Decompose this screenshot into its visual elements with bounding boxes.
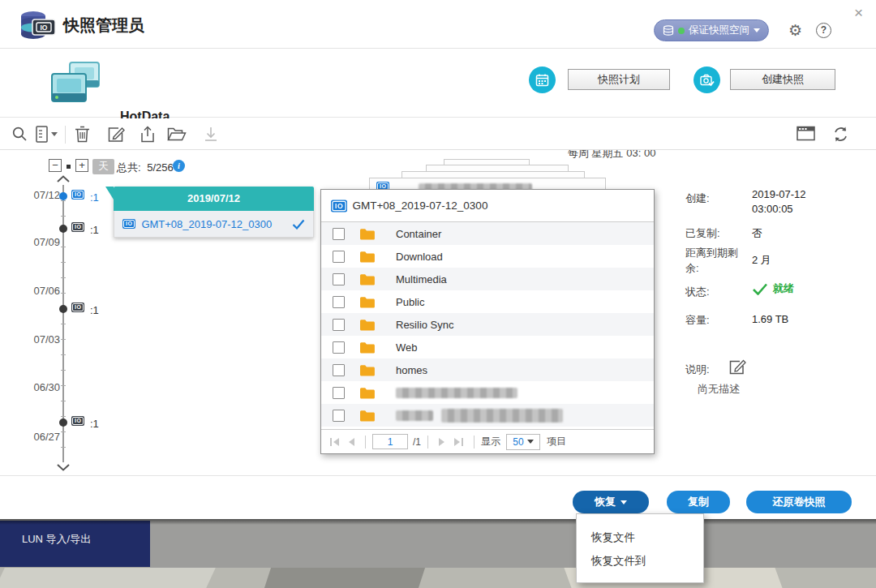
refresh-icon[interactable] [832, 126, 849, 143]
folder-name: Multimedia [396, 273, 447, 285]
timeline-zoom-out-button[interactable]: − [49, 159, 62, 172]
title-bar: IO 快照管理员 保证快照空间 ⚙ ? × [0, 0, 876, 49]
snapshot-camera-icon[interactable]: IO [71, 222, 84, 232]
edit-description-icon[interactable] [728, 358, 746, 376]
chevron-down-icon [754, 28, 760, 32]
timeline-date: 07/09 [24, 236, 60, 248]
selected-snapshot-card[interactable]: 2019/07/12 IO GMT+08_2019-07-12_0300 [114, 187, 314, 238]
replicated-label: 已复制: [685, 226, 750, 241]
folder-row[interactable]: Public [321, 290, 654, 313]
created-date: 2019-07-12 [752, 188, 806, 200]
snapshot-count: :1 [90, 224, 99, 236]
last-page-icon[interactable] [453, 437, 464, 447]
guarantee-snapshot-space-button[interactable]: 保证快照空间 [654, 19, 769, 41]
info-icon[interactable]: i [173, 160, 185, 172]
folder-checkbox[interactable] [333, 296, 345, 308]
folder-icon [359, 296, 375, 308]
menu-item-restore-files[interactable]: 恢复文件 [577, 526, 703, 549]
folder-checkbox[interactable] [333, 364, 345, 376]
search-icon[interactable] [11, 126, 28, 143]
next-page-icon[interactable] [438, 437, 446, 447]
status-value: 就绪 [773, 281, 794, 296]
page-size-select[interactable]: 50 [506, 434, 540, 450]
snapshot-file-browser: IO GMT+08_2019-07-12_0300 Container Down… [320, 189, 655, 454]
show-label: 显示 [481, 435, 500, 449]
snapshot-marker-dot[interactable] [59, 418, 67, 427]
snapshot-list-icon[interactable] [36, 126, 49, 143]
snapshot-camera-icon: IO [331, 200, 347, 212]
snapshot-camera-icon[interactable]: IO [71, 416, 84, 426]
folder-row[interactable]: Resilio Sync [321, 313, 654, 336]
first-page-icon[interactable] [329, 437, 341, 447]
snapshot-camera-icon[interactable]: IO [71, 190, 84, 200]
previous-page-icon[interactable] [347, 437, 355, 447]
created-label: 创建: [685, 191, 750, 206]
folder-checkbox[interactable] [333, 273, 345, 285]
revert-volume-snapshot-button[interactable]: 还原卷快照 [746, 491, 852, 513]
snapshot-schedule-button[interactable]: 快照计划 [568, 69, 670, 90]
folder-open-icon[interactable] [167, 126, 187, 142]
folder-row[interactable]: Web [321, 336, 654, 358]
download-icon[interactable] [203, 126, 219, 143]
replicated-value: 否 [752, 226, 762, 241]
folder-row[interactable] [321, 381, 654, 404]
timeline-zoom-slider[interactable] [67, 165, 71, 169]
redacted-folder-name [396, 388, 517, 398]
folder-name: Resilio Sync [396, 319, 454, 331]
guarantee-button-label: 保证快照空间 [689, 24, 749, 37]
folder-name: Public [396, 296, 424, 308]
file-panel-header: IO GMT+08_2019-07-12_0300 [321, 190, 654, 222]
folder-row[interactable]: Container [321, 222, 654, 245]
timeline-date: 07/06 [24, 285, 60, 297]
folder-checkbox[interactable] [333, 251, 345, 263]
svg-text:IO: IO [41, 24, 48, 32]
timeline-zoom-in-button[interactable]: + [75, 159, 88, 172]
menu-item-restore-files-to[interactable]: 恢复文件到 [577, 549, 703, 573]
share-icon[interactable] [140, 126, 156, 143]
snapshot-card-date: 2019/07/12 [114, 187, 314, 211]
snapshot-manager-window: IO 快照管理员 保证快照空间 ⚙ ? × HotData [0, 0, 876, 588]
desktop-bottom-strip [0, 568, 876, 588]
status-check-icon [752, 283, 768, 295]
clone-button[interactable]: 复制 [667, 491, 730, 513]
folder-row[interactable]: Multimedia [321, 268, 654, 290]
page-number-input[interactable] [372, 434, 408, 449]
page-title: 快照管理员 [63, 15, 144, 36]
folder-icon [359, 387, 375, 399]
snapshot-count: :1 [90, 418, 99, 430]
edit-icon[interactable] [107, 126, 125, 143]
folder-checkbox[interactable] [333, 319, 345, 331]
timeline-scroll-up-icon[interactable] [56, 175, 71, 182]
snapshot-marker-dot[interactable] [59, 305, 67, 313]
lun-window-title: LUN 导入/导出 [22, 532, 91, 547]
delete-icon[interactable] [75, 126, 90, 143]
restore-button[interactable]: 恢复 [573, 491, 649, 513]
schedule-calendar-icon[interactable] [529, 67, 556, 93]
snapshot-marker-dot[interactable] [59, 225, 67, 233]
settings-gear-icon[interactable]: ⚙ [788, 21, 802, 40]
snapshot-marker-dot[interactable] [59, 192, 67, 200]
page-size-value: 50 [513, 436, 523, 448]
snapshot-count: :1 [90, 304, 99, 316]
folder-checkbox[interactable] [333, 228, 345, 240]
page-total: /1 [413, 436, 421, 448]
panel-view-icon[interactable] [797, 126, 815, 141]
create-snapshot-button[interactable]: 创建快照 [730, 69, 835, 90]
folder-row[interactable]: Download [321, 245, 654, 268]
items-label: 项目 [547, 435, 566, 449]
list-chevron-down-icon[interactable] [51, 132, 58, 136]
folder-row[interactable]: homes [321, 358, 654, 381]
folder-checkbox[interactable] [333, 387, 345, 399]
folder-icon [359, 410, 375, 422]
status-dot [678, 28, 685, 34]
timeline-scroll-down-icon[interactable] [56, 464, 71, 471]
folder-checkbox[interactable] [333, 410, 345, 422]
selected-check-icon [292, 219, 305, 230]
folder-row[interactable] [321, 404, 654, 427]
take-snapshot-icon[interactable] [694, 67, 720, 93]
folder-checkbox[interactable] [333, 341, 345, 354]
folder-icon [359, 228, 375, 240]
help-icon[interactable]: ? [816, 23, 831, 38]
close-icon[interactable]: × [854, 4, 863, 22]
snapshot-camera-icon[interactable]: IO [71, 303, 84, 312]
